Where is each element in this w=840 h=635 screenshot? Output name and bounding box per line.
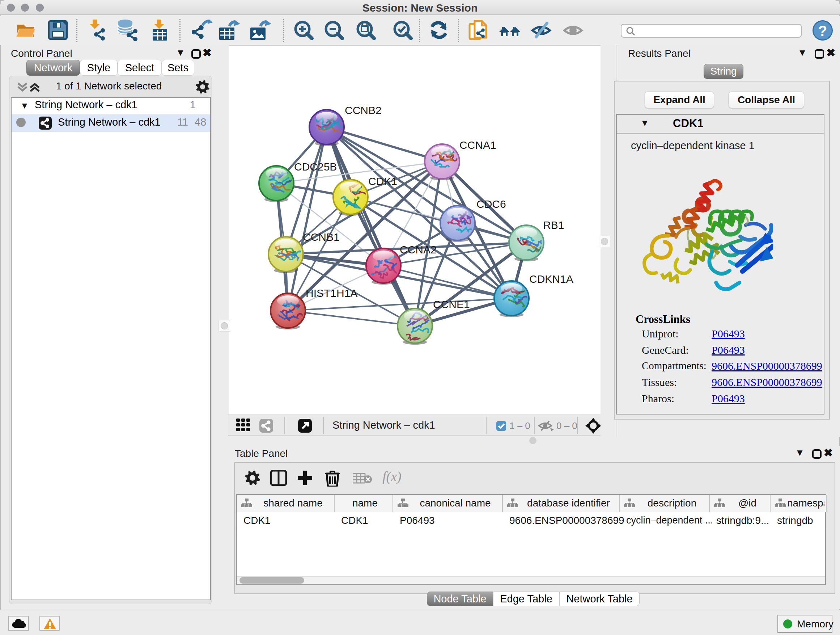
- svg-text:HIST1H1A: HIST1H1A: [306, 287, 357, 299]
- svg-text:CCNA1: CCNA1: [459, 139, 496, 151]
- svg-text:CCNB2: CCNB2: [345, 104, 382, 116]
- svg-text:CCNA2: CCNA2: [400, 244, 437, 256]
- svg-text:CDKN1A: CDKN1A: [529, 273, 573, 285]
- svg-text:CDC6: CDC6: [477, 198, 506, 210]
- svg-text:CDK1: CDK1: [368, 175, 397, 187]
- svg-text:CDC25B: CDC25B: [294, 161, 337, 173]
- svg-text:RB1: RB1: [543, 219, 564, 231]
- svg-text:CCNE1: CCNE1: [433, 298, 470, 310]
- svg-text:CCNB1: CCNB1: [303, 231, 340, 243]
